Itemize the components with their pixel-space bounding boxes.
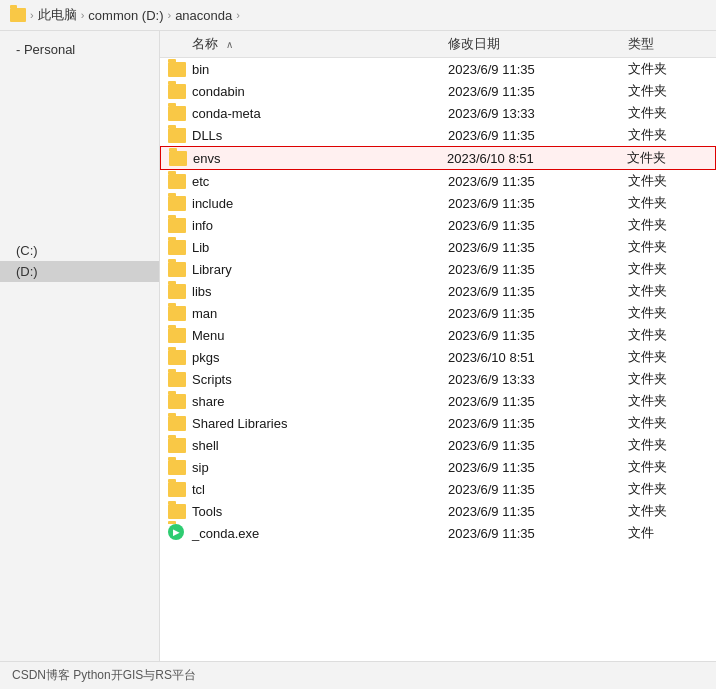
file-name-cell: man (168, 306, 448, 321)
file-name-cell: envs (169, 151, 447, 166)
file-name: shell (192, 438, 219, 453)
folder-icon (168, 438, 186, 453)
file-modified: 2023/6/9 11:35 (448, 504, 628, 519)
file-rows: bin 2023/6/9 11:35 文件夹 condabin 2023/6/9… (160, 58, 716, 544)
breadcrumb: › 此电脑 › common (D:) › anaconda › (0, 0, 716, 31)
table-row[interactable]: tcl 2023/6/9 11:35 文件夹 (160, 478, 716, 500)
file-name-cell: conda-meta (168, 106, 448, 121)
file-type: 文件夹 (628, 414, 708, 432)
file-name: Shared Libraries (192, 416, 287, 431)
table-row[interactable]: Shared Libraries 2023/6/9 11:35 文件夹 (160, 412, 716, 434)
folder-icon (168, 394, 186, 409)
file-name-cell: Library (168, 262, 448, 277)
file-name: bin (192, 62, 209, 77)
col-name[interactable]: 名称 ∧ (168, 35, 448, 53)
sidebar-drive-d[interactable]: (D:) (0, 261, 159, 282)
folder-icon (168, 174, 186, 189)
file-name-cell: include (168, 196, 448, 211)
file-type: 文件夹 (628, 436, 708, 454)
sidebar-item-personal[interactable]: - Personal (0, 39, 159, 60)
folder-icon (169, 151, 187, 166)
file-name: envs (193, 151, 220, 166)
file-type: 文件 (628, 524, 708, 542)
table-row[interactable]: conda-meta 2023/6/9 13:33 文件夹 (160, 102, 716, 124)
file-modified: 2023/6/10 8:51 (447, 151, 627, 166)
file-modified: 2023/6/10 8:51 (448, 350, 628, 365)
table-row[interactable]: info 2023/6/9 11:35 文件夹 (160, 214, 716, 236)
table-row[interactable]: pkgs 2023/6/10 8:51 文件夹 (160, 346, 716, 368)
file-type: 文件夹 (628, 104, 708, 122)
table-row[interactable]: Menu 2023/6/9 11:35 文件夹 (160, 324, 716, 346)
file-name: man (192, 306, 217, 321)
file-type: 文件夹 (628, 304, 708, 322)
file-type: 文件夹 (628, 238, 708, 256)
folder-icon (168, 460, 186, 475)
table-row[interactable]: DLLs 2023/6/9 11:35 文件夹 (160, 124, 716, 146)
sidebar-drive-c[interactable]: (C:) (0, 240, 159, 261)
file-modified: 2023/6/9 13:33 (448, 106, 628, 121)
file-name-cell: Lib (168, 240, 448, 255)
table-row[interactable]: ▶ _conda.exe 2023/6/9 11:35 文件 (160, 522, 716, 544)
table-row[interactable]: envs 2023/6/10 8:51 文件夹 (160, 146, 716, 170)
folder-icon (168, 372, 186, 387)
file-list-content: 名称 ∧ 修改日期 类型 bin 2023/6/9 11:35 文件夹 cond… (160, 31, 716, 661)
file-name-cell: sip (168, 460, 448, 475)
file-modified: 2023/6/9 11:35 (448, 306, 628, 321)
sidebar: - Personal (C:) (D:) (0, 31, 160, 661)
table-row[interactable]: Library 2023/6/9 11:35 文件夹 (160, 258, 716, 280)
column-header: 名称 ∧ 修改日期 类型 (160, 31, 716, 58)
file-type: 文件夹 (628, 172, 708, 190)
breadcrumb-pc[interactable]: 此电脑 (38, 6, 77, 24)
table-row[interactable]: sip 2023/6/9 11:35 文件夹 (160, 456, 716, 478)
file-type: 文件夹 (628, 60, 708, 78)
file-type: 文件夹 (628, 458, 708, 476)
table-row[interactable]: condabin 2023/6/9 11:35 文件夹 (160, 80, 716, 102)
file-name-cell: Tools (168, 504, 448, 519)
file-name: pkgs (192, 350, 219, 365)
file-name-cell: Menu (168, 328, 448, 343)
breadcrumb-anaconda[interactable]: anaconda (175, 8, 232, 23)
folder-icon (168, 262, 186, 277)
table-row[interactable]: man 2023/6/9 11:35 文件夹 (160, 302, 716, 324)
bottom-bar: CSDN博客 Python开GIS与RS平台 (0, 661, 716, 689)
exe-icon: ▶ (168, 524, 186, 542)
folder-icon (168, 350, 186, 365)
file-modified: 2023/6/9 13:33 (448, 372, 628, 387)
file-modified: 2023/6/9 11:35 (448, 416, 628, 431)
table-row[interactable]: share 2023/6/9 11:35 文件夹 (160, 390, 716, 412)
file-type: 文件夹 (628, 480, 708, 498)
bottom-text: CSDN博客 Python开GIS与RS平台 (12, 667, 196, 684)
table-row[interactable]: etc 2023/6/9 11:35 文件夹 (160, 170, 716, 192)
table-row[interactable]: shell 2023/6/9 11:35 文件夹 (160, 434, 716, 456)
file-name-cell: info (168, 218, 448, 233)
file-name: etc (192, 174, 209, 189)
table-row[interactable]: Lib 2023/6/9 11:35 文件夹 (160, 236, 716, 258)
table-row[interactable]: Tools 2023/6/9 11:35 文件夹 (160, 500, 716, 522)
folder-icon (168, 284, 186, 299)
file-modified: 2023/6/9 11:35 (448, 128, 628, 143)
file-name: info (192, 218, 213, 233)
file-type: 文件夹 (628, 194, 708, 212)
file-type: 文件夹 (628, 216, 708, 234)
folder-icon (168, 306, 186, 321)
file-name-cell: Scripts (168, 372, 448, 387)
table-row[interactable]: Scripts 2023/6/9 13:33 文件夹 (160, 368, 716, 390)
folder-icon (168, 504, 186, 519)
table-row[interactable]: include 2023/6/9 11:35 文件夹 (160, 192, 716, 214)
file-type: 文件夹 (628, 326, 708, 344)
file-name-cell: pkgs (168, 350, 448, 365)
breadcrumb-drive[interactable]: common (D:) (88, 8, 163, 23)
col-modified: 修改日期 (448, 35, 628, 53)
file-modified: 2023/6/9 11:35 (448, 438, 628, 453)
folder-icon (168, 482, 186, 497)
file-name: condabin (192, 84, 245, 99)
file-name: DLLs (192, 128, 222, 143)
main-layout: - Personal (C:) (D:) 名称 ∧ 修改日期 类型 bin 20… (0, 31, 716, 661)
file-type: 文件夹 (628, 502, 708, 520)
file-name-cell: tcl (168, 482, 448, 497)
file-name-cell: ▶ _conda.exe (168, 524, 448, 542)
file-name-cell: libs (168, 284, 448, 299)
file-name-cell: DLLs (168, 128, 448, 143)
table-row[interactable]: libs 2023/6/9 11:35 文件夹 (160, 280, 716, 302)
table-row[interactable]: bin 2023/6/9 11:35 文件夹 (160, 58, 716, 80)
